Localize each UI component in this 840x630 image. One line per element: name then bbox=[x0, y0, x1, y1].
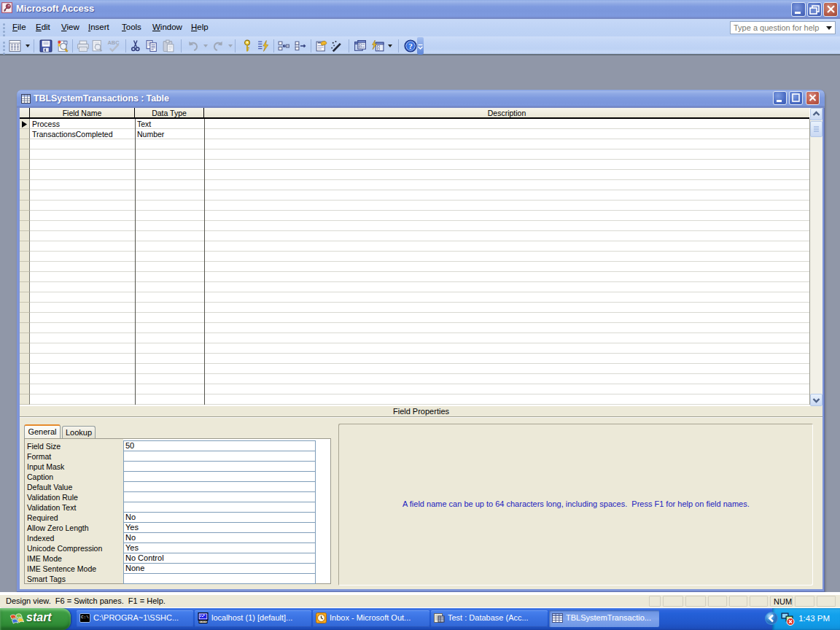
svg-text:C:\: C:\ bbox=[81, 615, 89, 620]
svg-text:?: ? bbox=[408, 42, 413, 50]
